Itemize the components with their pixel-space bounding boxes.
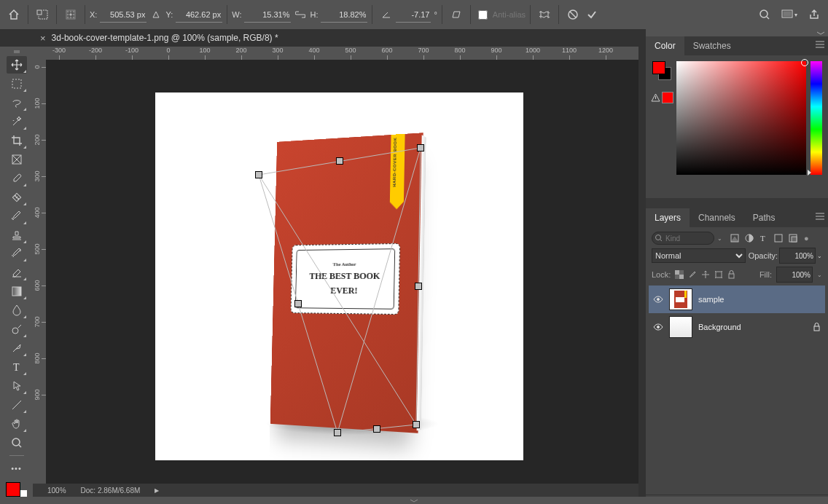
crop-tool[interactable] bbox=[7, 132, 27, 149]
delta-icon[interactable] bbox=[147, 5, 165, 24]
transform-tool-icon[interactable] bbox=[33, 5, 52, 24]
panel-menu-icon[interactable] bbox=[815, 213, 825, 220]
svg-point-4 bbox=[73, 11, 74, 12]
filter-smart-icon[interactable] bbox=[788, 234, 798, 243]
book-title-1: THE BEST BOOK bbox=[309, 270, 380, 282]
warp-icon[interactable] bbox=[535, 5, 554, 24]
fill-input[interactable] bbox=[776, 267, 813, 283]
stamp-tool[interactable] bbox=[7, 227, 27, 244]
reference-point-icon[interactable] bbox=[61, 5, 80, 24]
ruler-origin[interactable] bbox=[33, 47, 46, 60]
layer-row[interactable]: sample bbox=[649, 286, 825, 313]
h-input[interactable] bbox=[321, 7, 367, 23]
opacity-input[interactable] bbox=[779, 248, 816, 264]
brush-tool[interactable] bbox=[7, 208, 27, 225]
share-icon[interactable] bbox=[805, 5, 824, 24]
y-input[interactable] bbox=[176, 7, 222, 23]
document-tab[interactable]: × 3d-book-cover-template-1.png @ 100% (s… bbox=[33, 29, 286, 47]
lock-label: Lock: bbox=[652, 270, 671, 279]
lasso-tool[interactable] bbox=[7, 94, 27, 111]
lock-icon[interactable] bbox=[813, 323, 821, 331]
link-icon[interactable] bbox=[291, 5, 310, 24]
ruler-vertical[interactable]: 0100200300400500600700800900 bbox=[33, 60, 46, 484]
color-panel: Color Swatches bbox=[646, 36, 828, 198]
type-tool[interactable]: T bbox=[7, 358, 27, 376]
lock-artboard-icon[interactable] bbox=[714, 270, 723, 279]
layer-filter-buttons[interactable]: T bbox=[730, 234, 798, 243]
blur-tool[interactable] bbox=[7, 302, 27, 319]
ruler-horizontal[interactable]: -300-200-1000100200300400500600700800900… bbox=[46, 47, 638, 60]
line-tool[interactable] bbox=[7, 396, 27, 414]
lock-paint-icon[interactable] bbox=[688, 270, 697, 279]
layer-thumb[interactable] bbox=[669, 288, 692, 310]
x-input[interactable] bbox=[100, 7, 147, 23]
layer-name[interactable]: Background bbox=[698, 323, 741, 331]
edit-toolbar-icon[interactable]: ••• bbox=[7, 460, 27, 477]
hue-slider[interactable] bbox=[811, 61, 822, 175]
svg-text:T: T bbox=[760, 234, 765, 242]
visibility-icon[interactable] bbox=[653, 296, 663, 303]
tab-channels[interactable]: Channels bbox=[690, 208, 744, 227]
lock-pos-icon[interactable] bbox=[701, 270, 710, 279]
layer-row[interactable]: Background bbox=[649, 313, 825, 341]
cancel-icon[interactable] bbox=[563, 5, 582, 24]
color-field[interactable] bbox=[676, 61, 806, 175]
gradient-tool[interactable] bbox=[7, 283, 27, 300]
screen-mode-icon[interactable]: ▾ bbox=[780, 5, 799, 24]
skew-h-icon[interactable] bbox=[447, 5, 466, 24]
home-icon[interactable] bbox=[4, 5, 23, 24]
visibility-icon[interactable] bbox=[653, 323, 663, 331]
wand-tool[interactable] bbox=[7, 113, 27, 130]
commit-icon[interactable] bbox=[582, 5, 601, 24]
layer-name[interactable]: sample bbox=[698, 295, 724, 304]
layer-filter-search[interactable] bbox=[652, 232, 714, 245]
move-tool[interactable] bbox=[7, 56, 27, 74]
blend-mode-select[interactable]: Normal bbox=[652, 248, 746, 263]
zoom-level[interactable]: 100% bbox=[47, 487, 66, 495]
antialias-label: Anti-alias bbox=[493, 10, 526, 19]
pen-tool[interactable] bbox=[7, 339, 27, 357]
angle-input[interactable] bbox=[396, 7, 431, 23]
tab-color[interactable]: Color bbox=[646, 36, 684, 55]
marquee-tool[interactable] bbox=[7, 75, 27, 92]
eyedropper-tool[interactable] bbox=[7, 170, 27, 187]
gamut-warning[interactable] bbox=[651, 92, 673, 103]
doc-size[interactable]: Doc: 2.86M/6.68M bbox=[81, 487, 141, 495]
tab-swatches[interactable]: Swatches bbox=[684, 36, 740, 55]
tab-paths[interactable]: Paths bbox=[744, 208, 784, 227]
w-input[interactable] bbox=[244, 7, 291, 23]
antialias-checkbox[interactable] bbox=[478, 10, 488, 20]
search-icon[interactable] bbox=[755, 5, 774, 24]
filter-adjust-icon[interactable] bbox=[744, 234, 754, 243]
filter-shape-icon[interactable] bbox=[773, 234, 784, 243]
document-canvas[interactable]: HARD-COVER BOOK The Author THE BEST BOOK… bbox=[155, 92, 523, 460]
angle-icon bbox=[377, 5, 396, 24]
close-icon[interactable]: × bbox=[40, 33, 46, 44]
frame-tool[interactable] bbox=[7, 151, 27, 168]
svg-point-8 bbox=[67, 17, 69, 18]
svg-point-28 bbox=[656, 235, 661, 240]
history-brush-tool[interactable] bbox=[7, 245, 27, 263]
svg-point-7 bbox=[73, 14, 74, 15]
layer-thumb[interactable] bbox=[669, 316, 692, 338]
svg-rect-38 bbox=[716, 272, 722, 277]
book-title-2: EVER! bbox=[330, 285, 357, 296]
healing-tool[interactable] bbox=[7, 189, 27, 206]
svg-point-5 bbox=[67, 14, 69, 15]
panel-menu-icon[interactable] bbox=[815, 41, 825, 48]
filter-pixel-icon[interactable] bbox=[730, 234, 740, 243]
path-select-tool[interactable] bbox=[7, 377, 27, 395]
svg-point-22 bbox=[12, 328, 18, 334]
tab-layers[interactable]: Layers bbox=[646, 208, 690, 227]
eraser-tool[interactable] bbox=[7, 264, 27, 281]
lock-all-icon[interactable] bbox=[727, 270, 735, 279]
filter-type-icon[interactable]: T bbox=[759, 234, 769, 243]
zoom-tool[interactable] bbox=[7, 434, 27, 452]
panel-fgbg[interactable] bbox=[652, 61, 671, 80]
h-label: H: bbox=[310, 10, 318, 19]
viewport[interactable]: HARD-COVER BOOK The Author THE BEST BOOK… bbox=[46, 60, 638, 484]
hand-tool[interactable] bbox=[7, 415, 27, 433]
dodge-tool[interactable] bbox=[7, 320, 27, 338]
svg-rect-34 bbox=[792, 237, 797, 242]
lock-trans-icon[interactable] bbox=[675, 270, 684, 279]
